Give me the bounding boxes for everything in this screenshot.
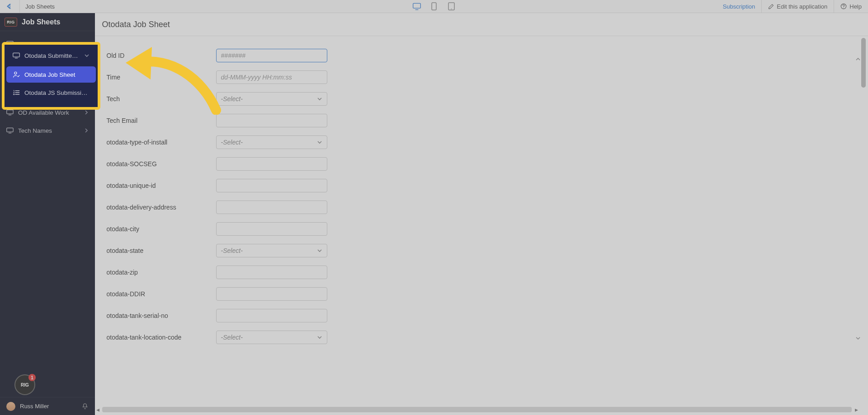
back-button[interactable] bbox=[0, 0, 20, 13]
select-placeholder: -Select- bbox=[221, 334, 243, 341]
field-input-otodata-socseg[interactable] bbox=[216, 157, 327, 171]
field-label-otodata-state: otodata-state bbox=[102, 247, 216, 254]
user-avatar-icon[interactable] bbox=[6, 402, 15, 411]
field-label-otodata-unique-id: otodata-unique-id bbox=[102, 182, 216, 189]
hscroll-right-arrow[interactable]: ▸ bbox=[854, 407, 859, 412]
field-label-otodata-tank-location-code: otodata-tank-location-code bbox=[102, 334, 216, 341]
sidebar-item-otodata-submitted[interactable]: Otodata Submitted … bbox=[6, 47, 96, 65]
edit-app-link[interactable]: Edit this application bbox=[761, 0, 834, 13]
back-icon bbox=[6, 3, 14, 9]
help-link[interactable]: Help bbox=[834, 0, 868, 13]
desktop-preview-icon[interactable] bbox=[412, 2, 421, 11]
field-input-otodata-unique-id[interactable] bbox=[216, 179, 327, 192]
mobile-preview-icon[interactable] bbox=[429, 2, 439, 11]
field-label-tech-email: Tech Email bbox=[102, 117, 216, 124]
notifications-bell-icon[interactable] bbox=[81, 403, 89, 410]
monitor-icon bbox=[6, 109, 14, 116]
chevron-down-icon bbox=[84, 53, 90, 58]
sidebar-item-otodata-job-sheet[interactable]: Otodata Job Sheet bbox=[6, 66, 96, 83]
field-label-otodata-city: otodata-city bbox=[102, 225, 216, 233]
chevron-down-icon bbox=[317, 96, 322, 102]
chevron-down-icon bbox=[317, 335, 322, 340]
user-check-icon bbox=[13, 71, 20, 78]
horizontal-scrollbar[interactable]: ◂ ▸ bbox=[95, 407, 859, 412]
help-label: Help bbox=[849, 3, 862, 10]
select-placeholder: -Select- bbox=[221, 247, 243, 254]
field-label-time: Time bbox=[102, 74, 216, 81]
hscroll-left-arrow[interactable]: ◂ bbox=[95, 407, 100, 412]
field-select-otodata-state[interactable]: -Select- bbox=[216, 244, 327, 257]
field-label-otodata-zip: otodata-zip bbox=[102, 269, 216, 276]
svg-rect-8 bbox=[7, 110, 13, 114]
sidebar-item-label: Tech Names bbox=[18, 127, 52, 134]
sidebar-item-label: OD Available Work bbox=[18, 109, 69, 116]
pencil-icon bbox=[768, 4, 774, 9]
subscription-link[interactable]: Subscription bbox=[717, 0, 762, 13]
notification-badge: 1 bbox=[28, 374, 36, 381]
field-label-otodata-type-of-install: otodata-type-of-install bbox=[102, 139, 216, 146]
svg-rect-9 bbox=[7, 128, 13, 132]
field-label-otodata-delivery-address: otodata-delivery-address bbox=[102, 204, 216, 211]
monitor-icon bbox=[6, 127, 14, 134]
sidebar-item-otodata-js-submissi[interactable]: Otodata JS Submissi… bbox=[6, 84, 96, 101]
field-label-otodata-socseg: otodata-SOCSEG bbox=[102, 160, 216, 168]
field-input-otodata-city[interactable] bbox=[216, 222, 327, 236]
sidebar-title: Job Sheets bbox=[22, 18, 60, 26]
field-input-otodata-zip[interactable] bbox=[216, 266, 327, 279]
sidebar-item-tech-names[interactable]: Tech Names bbox=[0, 121, 95, 140]
help-icon bbox=[840, 3, 847, 9]
svg-point-11 bbox=[14, 72, 17, 74]
svg-rect-1 bbox=[432, 3, 436, 10]
chevron-right-icon bbox=[84, 128, 89, 133]
page-title: Otodata Job Sheet bbox=[95, 13, 868, 36]
select-placeholder: -Select- bbox=[221, 139, 243, 146]
vertical-scrollbar-thumb[interactable] bbox=[861, 38, 866, 88]
svg-point-3 bbox=[451, 9, 452, 9]
field-input-otodata-ddir[interactable] bbox=[216, 287, 327, 301]
tablet-preview-icon[interactable] bbox=[447, 2, 456, 11]
chevron-down-icon bbox=[317, 248, 322, 253]
field-input-old-id[interactable] bbox=[216, 49, 327, 62]
edit-app-label: Edit this application bbox=[777, 3, 827, 10]
field-input-otodata-delivery-address[interactable] bbox=[216, 201, 327, 214]
svg-rect-10 bbox=[13, 53, 19, 57]
field-label-otodata-ddir: otodata-DDIR bbox=[102, 290, 216, 298]
sidebar-item-label: Otodata JS Submissi… bbox=[24, 89, 88, 96]
svg-rect-0 bbox=[413, 3, 421, 8]
field-label-otodata-tank-serial-no: otodata-tank-serial-no bbox=[102, 312, 216, 319]
field-select-otodata-type-of-install[interactable]: -Select- bbox=[216, 135, 327, 149]
app-title-tab[interactable]: Job Sheets bbox=[20, 0, 60, 13]
chevron-right-icon bbox=[84, 110, 89, 115]
sidebar-item-label: Otodata Job Sheet bbox=[24, 71, 75, 78]
brand-logo: RIG bbox=[5, 18, 17, 27]
hscroll-track[interactable] bbox=[102, 407, 852, 412]
field-input-otodata-tank-serial-no[interactable] bbox=[216, 309, 327, 322]
list-ordered-icon bbox=[13, 89, 20, 96]
sidebar-item-label: Otodata Submitted … bbox=[24, 52, 80, 59]
field-select-tech[interactable]: -Select- bbox=[216, 92, 327, 106]
field-label-old-id: Old ID bbox=[102, 52, 216, 59]
field-input-time[interactable] bbox=[216, 70, 327, 84]
vertical-scrollbar[interactable] bbox=[860, 38, 867, 392]
user-name[interactable]: Russ Miller bbox=[20, 403, 49, 410]
field-input-tech-email[interactable] bbox=[216, 114, 327, 127]
chevron-down-icon bbox=[317, 140, 322, 145]
avatar-large[interactable]: RIG 1 bbox=[14, 374, 35, 395]
select-placeholder: -Select- bbox=[221, 95, 243, 103]
monitor-icon bbox=[13, 52, 20, 59]
field-select-otodata-tank-location-code[interactable]: -Select- bbox=[216, 331, 327, 344]
field-label-tech: Tech bbox=[102, 95, 216, 103]
